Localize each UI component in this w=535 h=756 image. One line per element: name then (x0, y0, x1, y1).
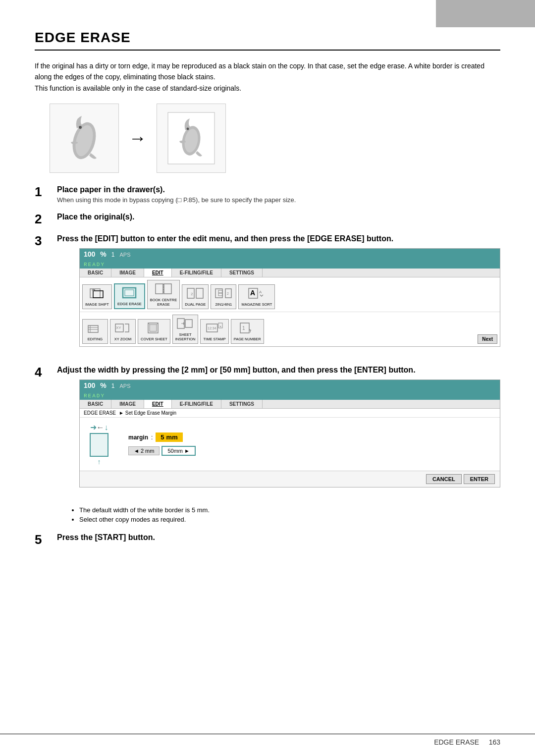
svg-rect-32 (150, 324, 157, 331)
tab2-basic[interactable]: BASIC (80, 400, 111, 408)
edge-erase-label: EDGE ERASE (117, 302, 142, 306)
dolphin-before (50, 104, 119, 173)
tab-efiling[interactable]: E-FILING/FILE (172, 269, 221, 277)
2in1-icon: 2 (214, 287, 232, 301)
time-stamp-icon: 12:34 (206, 322, 223, 336)
step-2-content: Place the original(s). (57, 213, 500, 223)
time-stamp-label: TIME STAMP (203, 337, 225, 341)
svg-text:A: A (250, 289, 255, 297)
svg-rect-18 (218, 290, 222, 293)
image-shift-icon (89, 287, 105, 301)
ui-panel-1-header: 100 % 1 APS (80, 249, 500, 260)
svg-rect-25 (88, 325, 98, 332)
step-2-number: 2 (35, 213, 50, 225)
xy-zoom-btn[interactable]: XY XY ZOOM (110, 319, 136, 344)
ui-panel-1-row1: IMAGE SHIFT EDGE ERASE (80, 277, 500, 312)
page-number-btn[interactable]: 1 PAGE NUMBER (231, 319, 264, 344)
cover-sheet-label: COVER SHEET (141, 337, 167, 341)
step-2-title: Place the original(s). (57, 213, 500, 221)
tab-settings[interactable]: SETTINGS (221, 269, 263, 277)
edge-erase-breadcrumb-label: EDGE ERASE (84, 410, 116, 416)
tab-edit[interactable]: EDIT (144, 269, 172, 277)
tab-basic[interactable]: BASIC (80, 269, 111, 277)
step-5: 5 Press the [START] button. (35, 533, 500, 546)
margin-unit: mm (166, 433, 178, 441)
step-1: 1 Place paper in the drawer(s). When usi… (35, 185, 500, 204)
cancel-button[interactable]: CANCEL (426, 474, 462, 484)
copy-num-2: 1 (111, 382, 115, 389)
svg-rect-39 (218, 323, 222, 328)
zoom-percent-2: 100 (84, 381, 95, 389)
description-block: If the original has a dirty or torn edge… (35, 60, 500, 94)
step-4-title: Adjust the width by pressing the [2 mm] … (57, 366, 500, 375)
ready-label-2: READY (84, 393, 105, 399)
dual-page-label: DUAL PAGE (185, 302, 206, 307)
ui-panel-2-header: 100 % 1 APS (80, 380, 500, 391)
svg-point-2 (79, 126, 82, 129)
step-3-number: 3 (35, 234, 50, 247)
tab2-image[interactable]: IMAGE (111, 400, 144, 408)
arrow-left-icon: ← (97, 423, 105, 432)
50mm-button[interactable]: 50mm ► (161, 446, 196, 456)
header-bar (436, 0, 535, 27)
tab2-edit[interactable]: EDIT (144, 400, 172, 408)
step-5-title: Press the [START] button. (57, 533, 500, 542)
ui-panel-1-row2: EDITING XY XY ZOOM (80, 312, 500, 346)
editing-icon (87, 322, 103, 336)
2in1-label: 2IN1/4IN1 (215, 302, 232, 307)
tab-image[interactable]: IMAGE (111, 269, 144, 277)
dual-page-icon: 2 (186, 287, 204, 301)
book-centre-erase-btn[interactable]: BOOK CENTREERASE (147, 280, 180, 309)
magazine-sort-btn[interactable]: A A MAGAZINE SORT (238, 284, 275, 309)
step-1-sub: When using this mode in bypass copying (… (57, 196, 500, 204)
step-5-number: 5 (35, 533, 50, 546)
footer-label: EDGE ERASE (434, 738, 479, 746)
description-line-2: This function is available only in the c… (35, 83, 500, 94)
edge-erase-btn[interactable]: EDGE ERASE (114, 283, 145, 309)
next-button[interactable]: Next (478, 334, 497, 344)
image-shift-btn[interactable]: IMAGE SHIFT (82, 284, 112, 309)
step-3-title: Press the [EDIT] button to enter the edi… (57, 234, 500, 243)
2in1-4in1-btn[interactable]: 2 2IN1/4IN1 (211, 284, 236, 309)
time-stamp-btn[interactable]: 12:34 TIME STAMP (200, 319, 228, 344)
cover-sheet-icon (146, 322, 162, 336)
dual-page-btn[interactable]: 2 DUAL PAGE (182, 284, 209, 309)
editing-btn[interactable]: EDITING (82, 319, 108, 344)
2mm-button[interactable]: ◄ 2 mm (128, 446, 160, 455)
margin-controls: margin : 5 mm ◄ 2 mm 50mm ► (128, 432, 196, 456)
cover-sheet-btn[interactable]: COVER SHEET (138, 319, 170, 344)
page-number-label: PAGE NUMBER (234, 337, 261, 341)
ui-panel-1: 100 % 1 APS READY BASIC IMAGE EDIT E-FIL… (79, 248, 500, 347)
step-1-title: Place paper in the drawer(s). (57, 185, 500, 194)
svg-rect-11 (156, 284, 163, 294)
zoom-percent: 100 (84, 250, 95, 258)
magazine-sort-label: MAGAZINE SORT (241, 302, 272, 307)
ui-panel-1-tabs: BASIC IMAGE EDIT E-FILING/FILE SETTINGS (80, 269, 500, 277)
magazine-sort-icon: A A (248, 287, 266, 301)
tab2-efiling[interactable]: E-FILING/FILE (172, 400, 221, 408)
svg-rect-15 (196, 288, 203, 298)
enter-button[interactable]: ENTER (464, 474, 495, 484)
footer: EDGE ERASE 163 (0, 734, 535, 746)
footer-page: 163 (489, 738, 500, 746)
svg-rect-36 (185, 320, 192, 327)
page-box (90, 433, 108, 457)
margin-visual: ➜ ← ↓ ↑ (90, 423, 108, 466)
mm-buttons-row: ◄ 2 mm 50mm ► (128, 446, 196, 456)
step-1-number: 1 (35, 185, 50, 198)
sheet-insertion-btn[interactable]: SHEETINSERTION (172, 315, 199, 344)
svg-rect-10 (125, 290, 134, 296)
description-line-1: If the original has a dirty or torn edge… (35, 60, 500, 83)
svg-text:1: 1 (242, 325, 245, 331)
tab2-settings[interactable]: SETTINGS (221, 400, 263, 408)
dolphin-after (157, 104, 226, 173)
svg-rect-19 (218, 293, 222, 296)
illustration-area: → (50, 104, 500, 173)
copy-num: 1 (111, 251, 115, 258)
sheet-insertion-icon (176, 317, 194, 331)
colon: : (151, 434, 153, 441)
svg-text:2: 2 (227, 292, 229, 295)
xy-zoom-label: XY ZOOM (114, 337, 131, 341)
step-2: 2 Place the original(s). (35, 213, 500, 225)
image-shift-label: IMAGE SHIFT (85, 302, 109, 307)
